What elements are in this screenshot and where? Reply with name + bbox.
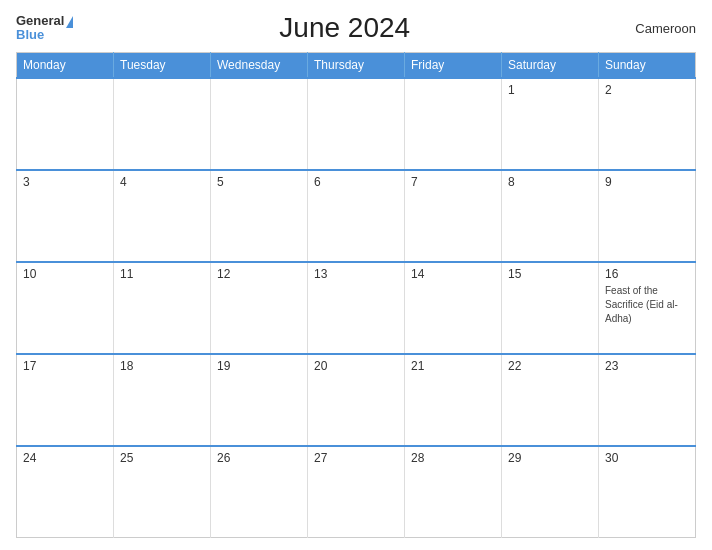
calendar-week-3: 10111213141516Feast of the Sacrifice (Ei… bbox=[17, 262, 696, 354]
calendar-cell: 27 bbox=[308, 446, 405, 538]
logo-blue-text: Blue bbox=[16, 28, 73, 42]
calendar-cell: 10 bbox=[17, 262, 114, 354]
col-sunday: Sunday bbox=[599, 53, 696, 79]
day-number: 10 bbox=[23, 267, 107, 281]
calendar-cell: 22 bbox=[502, 354, 599, 446]
calendar-cell bbox=[211, 78, 308, 170]
calendar-cell: 29 bbox=[502, 446, 599, 538]
logo-row1: General bbox=[16, 14, 73, 28]
day-number: 3 bbox=[23, 175, 107, 189]
calendar-week-4: 17181920212223 bbox=[17, 354, 696, 446]
calendar-cell: 9 bbox=[599, 170, 696, 262]
day-number: 1 bbox=[508, 83, 592, 97]
country-label: Cameroon bbox=[616, 21, 696, 36]
day-number: 13 bbox=[314, 267, 398, 281]
day-number: 6 bbox=[314, 175, 398, 189]
calendar-cell: 20 bbox=[308, 354, 405, 446]
logo-general-text: General bbox=[16, 14, 64, 28]
col-thursday: Thursday bbox=[308, 53, 405, 79]
day-number: 24 bbox=[23, 451, 107, 465]
calendar-cell: 28 bbox=[405, 446, 502, 538]
day-number: 4 bbox=[120, 175, 204, 189]
day-number: 21 bbox=[411, 359, 495, 373]
calendar-cell: 19 bbox=[211, 354, 308, 446]
calendar-cell: 18 bbox=[114, 354, 211, 446]
calendar-cell: 24 bbox=[17, 446, 114, 538]
day-number: 11 bbox=[120, 267, 204, 281]
day-number: 29 bbox=[508, 451, 592, 465]
logo-triangle-icon bbox=[66, 16, 73, 28]
calendar-cell: 12 bbox=[211, 262, 308, 354]
calendar-week-1: 12 bbox=[17, 78, 696, 170]
calendar-table: Monday Tuesday Wednesday Thursday Friday… bbox=[16, 52, 696, 538]
calendar-title: June 2024 bbox=[73, 12, 616, 44]
calendar-cell: 13 bbox=[308, 262, 405, 354]
calendar-cell: 14 bbox=[405, 262, 502, 354]
col-saturday: Saturday bbox=[502, 53, 599, 79]
calendar-cell: 15 bbox=[502, 262, 599, 354]
calendar-cell: 8 bbox=[502, 170, 599, 262]
calendar-cell: 21 bbox=[405, 354, 502, 446]
logo: General Blue bbox=[16, 14, 73, 43]
calendar-cell: 25 bbox=[114, 446, 211, 538]
day-number: 8 bbox=[508, 175, 592, 189]
day-number: 18 bbox=[120, 359, 204, 373]
day-number: 22 bbox=[508, 359, 592, 373]
calendar-cell bbox=[114, 78, 211, 170]
calendar-cell bbox=[405, 78, 502, 170]
day-number: 25 bbox=[120, 451, 204, 465]
calendar-cell: 2 bbox=[599, 78, 696, 170]
calendar-cell: 6 bbox=[308, 170, 405, 262]
calendar-cell: 17 bbox=[17, 354, 114, 446]
calendar-cell: 1 bbox=[502, 78, 599, 170]
event-label: Feast of the Sacrifice (Eid al-Adha) bbox=[605, 285, 678, 324]
calendar-week-2: 3456789 bbox=[17, 170, 696, 262]
calendar-cell: 5 bbox=[211, 170, 308, 262]
col-friday: Friday bbox=[405, 53, 502, 79]
day-number: 23 bbox=[605, 359, 689, 373]
calendar-cell: 11 bbox=[114, 262, 211, 354]
calendar-cell: 3 bbox=[17, 170, 114, 262]
day-number: 26 bbox=[217, 451, 301, 465]
calendar-cell: 23 bbox=[599, 354, 696, 446]
calendar-cell: 30 bbox=[599, 446, 696, 538]
col-monday: Monday bbox=[17, 53, 114, 79]
day-number: 19 bbox=[217, 359, 301, 373]
page: General Blue June 2024 Cameroon Monday T… bbox=[0, 0, 712, 550]
day-number: 30 bbox=[605, 451, 689, 465]
calendar-cell bbox=[17, 78, 114, 170]
day-number: 20 bbox=[314, 359, 398, 373]
logo-block: General Blue bbox=[16, 14, 73, 43]
day-number: 28 bbox=[411, 451, 495, 465]
calendar-cell: 16Feast of the Sacrifice (Eid al-Adha) bbox=[599, 262, 696, 354]
day-number: 12 bbox=[217, 267, 301, 281]
col-wednesday: Wednesday bbox=[211, 53, 308, 79]
col-tuesday: Tuesday bbox=[114, 53, 211, 79]
day-number: 27 bbox=[314, 451, 398, 465]
calendar-cell: 7 bbox=[405, 170, 502, 262]
day-number: 16 bbox=[605, 267, 689, 281]
calendar-cell bbox=[308, 78, 405, 170]
day-number: 14 bbox=[411, 267, 495, 281]
day-number: 5 bbox=[217, 175, 301, 189]
day-number: 7 bbox=[411, 175, 495, 189]
header: General Blue June 2024 Cameroon bbox=[16, 12, 696, 44]
day-number: 9 bbox=[605, 175, 689, 189]
day-number: 2 bbox=[605, 83, 689, 97]
calendar-week-5: 24252627282930 bbox=[17, 446, 696, 538]
calendar-cell: 26 bbox=[211, 446, 308, 538]
day-number: 17 bbox=[23, 359, 107, 373]
calendar-header-row: Monday Tuesday Wednesday Thursday Friday… bbox=[17, 53, 696, 79]
calendar-cell: 4 bbox=[114, 170, 211, 262]
day-number: 15 bbox=[508, 267, 592, 281]
